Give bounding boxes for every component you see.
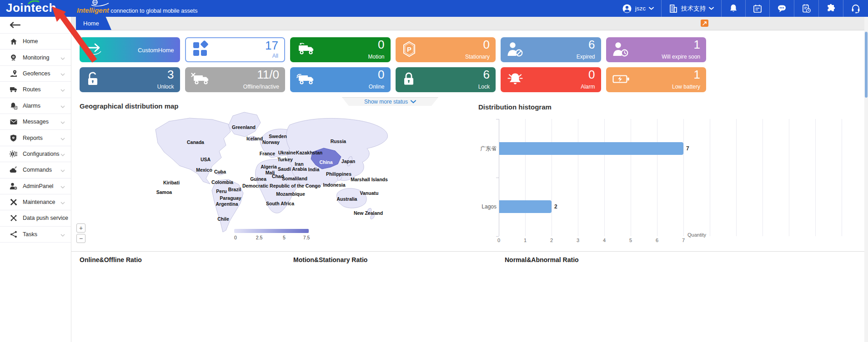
sidebar-collapse-button[interactable] bbox=[0, 17, 71, 34]
motion-stationary-ratio-title: Motion&Stationary Ratio bbox=[293, 256, 367, 263]
sidebar-item-label: Commands bbox=[23, 167, 52, 173]
main-content: CustomHome17All0MotionP0Stationary6Expir… bbox=[71, 30, 868, 342]
bell-icon bbox=[729, 4, 738, 13]
card-label: Lock bbox=[478, 84, 490, 90]
card-offline-inactive[interactable]: 11/0Offline/Inactive bbox=[185, 67, 286, 92]
card-lock[interactable]: 6Lock bbox=[396, 67, 496, 92]
gridline bbox=[604, 119, 605, 236]
card-label: Unlock bbox=[157, 84, 174, 90]
gridline bbox=[657, 119, 657, 236]
chevron-down-icon bbox=[60, 134, 65, 142]
geo-distribution-panel: Geographical distribution map bbox=[71, 98, 473, 251]
tab-home-label: Home bbox=[83, 20, 99, 27]
sidebar-item-routes[interactable]: Routes bbox=[0, 82, 71, 98]
sidebar-item-alarms[interactable]: Alarms bbox=[0, 98, 71, 114]
svg-text:P: P bbox=[406, 45, 411, 53]
card-will-expire-soon[interactable]: 1Will expire soon bbox=[606, 37, 707, 62]
sidebar-item-reports[interactable]: Reports bbox=[0, 130, 71, 146]
unlock-icon bbox=[85, 71, 100, 89]
chevron-down-icon bbox=[60, 102, 65, 110]
sidebar-item-adminpanel[interactable]: AdminPanel bbox=[0, 178, 71, 194]
support-button[interactable] bbox=[843, 0, 868, 17]
tab-actions-button[interactable] bbox=[701, 20, 708, 27]
card-label: Offline/Inactive bbox=[243, 84, 279, 90]
chevron-down-icon bbox=[60, 214, 65, 222]
arrow-right-icon bbox=[85, 42, 105, 58]
tasks-icon bbox=[10, 231, 17, 238]
sidebar-item-data-push-service[interactable]: Data push service bbox=[0, 210, 71, 226]
sidebar-item-label: Monitoring bbox=[23, 55, 49, 61]
card-expired[interactable]: 6Expired bbox=[501, 37, 601, 62]
bar-广东省[interactable] bbox=[499, 142, 683, 155]
sidebar-item-monitoring[interactable]: Monitoring bbox=[0, 50, 71, 65]
sidebar-item-label: Configurations bbox=[23, 151, 60, 157]
billing-button[interactable] bbox=[794, 0, 818, 17]
map-zoom-out-button[interactable]: − bbox=[76, 234, 85, 243]
sidebar-item-tasks[interactable]: Tasks bbox=[0, 227, 71, 243]
chevron-down-icon bbox=[60, 85, 65, 94]
card-stationary[interactable]: P0Stationary bbox=[396, 37, 496, 62]
card-value: 11/0 bbox=[257, 68, 279, 81]
histogram-plot: 广东省7Lagos201234567Quantity bbox=[473, 98, 864, 251]
value-label: 2 bbox=[554, 203, 557, 210]
calendar-icon bbox=[753, 4, 762, 13]
chevron-down-icon bbox=[60, 166, 65, 174]
card-alarm[interactable]: 0Alarm bbox=[501, 67, 601, 92]
sidebar-item-messages[interactable]: Messages bbox=[0, 114, 71, 130]
gridline bbox=[552, 119, 552, 236]
org-menu[interactable]: 技术支持 bbox=[662, 0, 721, 17]
sidebar-item-home[interactable]: Home bbox=[0, 34, 71, 50]
tab-bar: Home bbox=[71, 17, 868, 30]
x-axis-tick-label: 0 bbox=[497, 238, 500, 243]
tab-home[interactable]: Home bbox=[76, 17, 111, 30]
map-legend-gradient bbox=[234, 229, 309, 233]
scrollbar-thumb[interactable] bbox=[865, 32, 868, 98]
parking-icon: P bbox=[401, 41, 417, 59]
chevron-down-icon bbox=[60, 150, 65, 158]
sidebar-item-commands[interactable]: Commands bbox=[0, 162, 71, 178]
card-online[interactable]: 0Online bbox=[290, 67, 391, 92]
calendar-button[interactable] bbox=[746, 0, 769, 17]
card-value: 0 bbox=[378, 68, 384, 81]
vertical-scrollbar[interactable] bbox=[864, 17, 868, 342]
sidebar-item-label: Maintenance bbox=[23, 199, 55, 205]
gridline bbox=[736, 119, 737, 236]
gridline bbox=[815, 119, 816, 236]
puzzle-icon bbox=[826, 4, 836, 13]
globe-icon bbox=[90, 0, 110, 6]
bar-Lagos[interactable] bbox=[499, 200, 552, 213]
sidebar-item-configurations[interactable]: Configurations bbox=[0, 146, 71, 162]
top-bar: Jointech Intelligent connection to globa… bbox=[0, 0, 868, 17]
card-low-battery[interactable]: 1Low battery bbox=[606, 67, 707, 92]
x-axis-tick-label: 4 bbox=[603, 238, 606, 243]
y-axis-tick bbox=[496, 119, 499, 119]
ratio-panels: Online&Offline Ratio Motion&Stationary R… bbox=[71, 251, 868, 342]
card-label: CustomHome bbox=[138, 46, 174, 53]
x-axis-tick-label: 7 bbox=[682, 238, 685, 243]
legend-tick: 7.5 bbox=[303, 235, 310, 240]
map-zoom-in-button[interactable]: + bbox=[76, 223, 85, 233]
alarms-icon bbox=[10, 102, 17, 109]
card-motion[interactable]: 0Motion bbox=[290, 37, 391, 62]
plugins-button[interactable] bbox=[819, 0, 843, 17]
sidebar-item-maintenance[interactable]: Maintenance bbox=[0, 194, 71, 210]
logo[interactable]: Jointech bbox=[0, 0, 71, 17]
card-customhome[interactable]: CustomHome bbox=[80, 37, 180, 62]
normal-abnormal-ratio-title: Normal&Abnormal Ratio bbox=[505, 256, 579, 263]
legend-tick: 5 bbox=[283, 235, 286, 240]
x-axis-tick-label: 5 bbox=[629, 238, 632, 243]
card-unlock[interactable]: 3Unlock bbox=[80, 67, 180, 92]
logo-swoosh-icon bbox=[27, 0, 41, 5]
card-all[interactable]: 17All bbox=[185, 37, 286, 62]
card-value: 1 bbox=[694, 68, 700, 81]
notifications-button[interactable] bbox=[722, 0, 745, 17]
messages-button[interactable] bbox=[770, 0, 794, 17]
sidebar-item-label: Geofences bbox=[23, 70, 50, 77]
sidebar-item-geofences[interactable]: Geofences bbox=[0, 66, 71, 82]
world-map[interactable]: GreenlandIcelandSwedenNorwayCanadaRussia… bbox=[71, 98, 473, 251]
card-label: Online bbox=[369, 84, 385, 90]
user-menu[interactable]: jszc bbox=[615, 0, 661, 17]
card-label: Will expire soon bbox=[662, 54, 700, 60]
card-value: 0 bbox=[588, 68, 595, 81]
truck-motion-icon bbox=[296, 42, 316, 58]
